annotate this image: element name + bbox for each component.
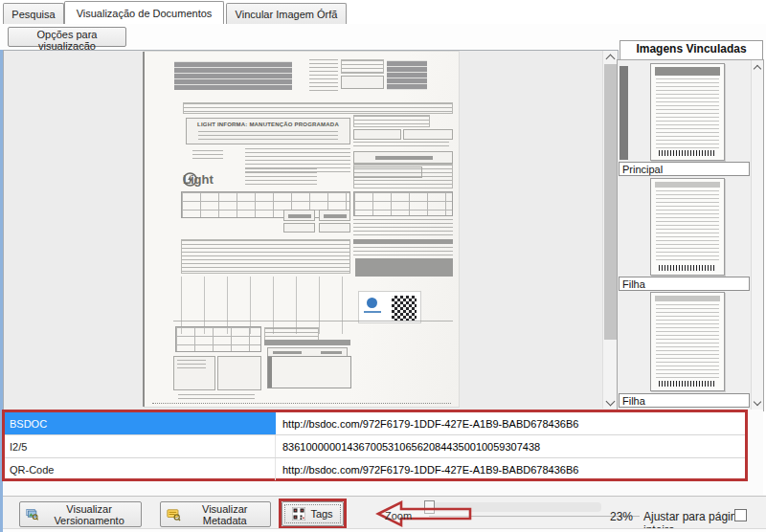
tag-value-cell[interactable]: http://bsdoc.com/972F6179-1DDF-427E-A1B9… <box>276 464 745 476</box>
light-logo: Light <box>183 170 244 188</box>
thumbnail-label-principal: Principal <box>619 162 750 176</box>
thumb-decor <box>656 78 719 148</box>
scan-region <box>353 115 430 127</box>
tab-visualizacao-de-documentos[interactable]: Visualização de Documentos <box>64 1 224 24</box>
footer-bar: Visualizar Versionamento Visualizar Meta… <box>3 496 766 529</box>
scan-region <box>353 151 453 164</box>
table-row-bsdoc[interactable]: BSDOC http://bsdoc.com/972F6179-1DDF-427… <box>5 412 745 435</box>
thumbnail-filha-2[interactable] <box>650 292 725 391</box>
scan-region <box>341 59 384 74</box>
scan-region <box>174 61 292 90</box>
scan-region <box>353 164 453 188</box>
tags-button-annotation: Tags <box>279 499 347 529</box>
zoom-percentage: 23% <box>610 510 633 523</box>
chevron-down-icon <box>754 398 761 406</box>
scan-region <box>387 60 427 90</box>
scan-region <box>173 321 453 324</box>
scan-region <box>283 210 315 221</box>
scan-region <box>364 311 381 313</box>
scan-region <box>183 102 453 114</box>
tags-button[interactable]: Tags <box>282 501 344 526</box>
scan-region <box>283 223 315 233</box>
chevron-up-icon <box>605 54 615 63</box>
viewer-vertical-scrollbar[interactable] <box>602 51 618 409</box>
scan-region <box>403 129 453 140</box>
thumb-decor <box>655 182 720 188</box>
scan-qr-code <box>392 296 417 321</box>
fit-page-checkbox[interactable] <box>734 509 747 521</box>
viewer-scrollbar-thumb[interactable] <box>604 64 617 340</box>
scan-region <box>178 394 255 402</box>
qr-tags-icon <box>292 507 305 521</box>
thumb-decor <box>656 304 719 379</box>
scan-consumption-chart <box>267 356 351 388</box>
scan-headline: LIGHT INFORMA: MANUTENÇÃO PROGRAMADA <box>188 121 349 129</box>
app-window: Pesquisa Visualização de Documentos Vinc… <box>0 0 766 532</box>
tab-vincular-imagem-orfa[interactable]: Vincular Imagem Órfã <box>226 3 347 24</box>
thumbnail-filha-1[interactable] <box>650 178 725 276</box>
button-label: Visualizar Versionamento <box>43 503 135 526</box>
bsdoc-logo-dot <box>367 298 377 308</box>
scan-region <box>175 326 261 352</box>
scan-region <box>353 247 453 255</box>
versioning-images-icon <box>26 507 38 521</box>
tag-type-cell[interactable]: I2/5 <box>5 435 276 457</box>
scroll-up-arrow[interactable] <box>603 51 617 63</box>
scan-region <box>375 156 433 160</box>
tags-table-annotation: BSDOC http://bsdoc.com/972F6179-1DDF-427… <box>2 410 748 481</box>
scan-region <box>319 210 350 221</box>
tag-type-cell[interactable]: BSDOC <box>5 412 276 434</box>
scan-region <box>192 150 223 162</box>
scroll-up-arrow[interactable] <box>751 61 764 74</box>
scan-region <box>217 356 261 390</box>
scan-region <box>353 129 401 140</box>
light-logo-text: Light <box>183 172 214 187</box>
thumbnail-list-scrollbar-thumb[interactable] <box>620 66 628 160</box>
scroll-down-arrow[interactable] <box>751 397 764 410</box>
scanned-document: LIGHT INFORMA: MANUTENÇÃO PROGRAMADA Lig… <box>145 52 459 407</box>
scan-notice-box: LIGHT INFORMA: MANUTENÇÃO PROGRAMADA <box>186 118 350 144</box>
scan-region <box>353 239 453 244</box>
tag-value-cell[interactable]: http://bsdoc.com/972F6179-1DDF-427E-A1B9… <box>276 418 745 430</box>
options-visualization-button[interactable]: Opções para visualização <box>8 27 126 47</box>
chevron-down-icon <box>605 396 615 406</box>
scan-region <box>181 239 350 274</box>
metadata-card-icon <box>167 507 181 521</box>
scan-region <box>353 219 453 236</box>
zoom-label: Zoom <box>385 510 412 521</box>
tag-value-cell[interactable]: 8361000000143670053106562084435001005930… <box>276 441 745 453</box>
thumb-barcode <box>659 381 716 387</box>
scan-region <box>181 277 350 334</box>
thumbnail-principal[interactable] <box>650 63 725 161</box>
scan-region <box>353 191 453 216</box>
linked-images-header: Imagens Vinculadas <box>620 40 763 60</box>
tab-strip: Pesquisa Visualização de Documentos Vinc… <box>0 0 766 24</box>
scan-region <box>309 59 338 92</box>
linked-images-list[interactable]: Principal Filha Filha <box>617 59 764 411</box>
document-viewer[interactable]: LIGHT INFORMA: MANUTENÇÃO PROGRAMADA Lig… <box>3 50 619 411</box>
scan-region <box>173 356 215 390</box>
scroll-down-arrow[interactable] <box>603 396 617 409</box>
button-label: Tags <box>310 508 332 520</box>
scan-region <box>268 357 272 388</box>
scan-region <box>353 142 449 148</box>
tab-pesquisa[interactable]: Pesquisa <box>3 3 64 24</box>
scan-region <box>264 340 350 345</box>
thumbnail-list-scrollbar[interactable] <box>751 60 763 410</box>
scan-region <box>319 223 350 233</box>
thumb-barcode <box>659 150 716 156</box>
thumbnail-label-filha-1: Filha <box>619 277 750 291</box>
visualizar-metadata-button[interactable]: Visualizar Metadata <box>160 501 271 527</box>
scan-region <box>198 131 338 143</box>
scan-region <box>341 76 384 89</box>
visualizar-versionamento-button[interactable]: Visualizar Versionamento <box>19 501 142 527</box>
scan-qr-card <box>358 291 421 323</box>
table-row-i25[interactable]: I2/5 83610000001436700531065620844350010… <box>5 435 745 458</box>
thumb-decor <box>656 190 719 263</box>
thumbnail-label-filha-2: Filha <box>619 393 750 408</box>
tag-type-cell[interactable]: QR-Code <box>5 458 276 480</box>
thumb-barcode <box>659 265 716 271</box>
table-row-qrcode[interactable]: QR-Code http://bsdoc.com/972F6179-1DDF-4… <box>5 458 745 480</box>
scan-region <box>355 258 453 277</box>
thumb-decor <box>655 296 720 301</box>
